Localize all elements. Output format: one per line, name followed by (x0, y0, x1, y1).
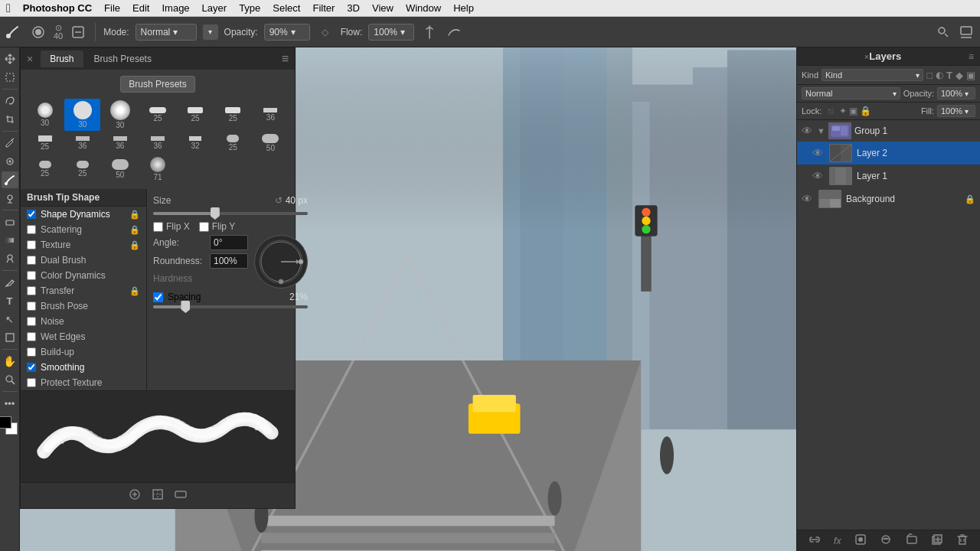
pressure-opacity-icon[interactable]: ◇ (316, 23, 335, 41)
buildup-checkbox[interactable] (27, 347, 36, 357)
menu-filter[interactable]: Filter (312, 2, 335, 14)
layer-2-row[interactable]: 👁 Layer 2 (797, 142, 980, 165)
dual-brush-option[interactable]: Dual Brush (21, 253, 146, 268)
brush-pose-checkbox[interactable] (27, 302, 36, 311)
group-expand[interactable]: ▼ (817, 126, 825, 135)
smoothing-option[interactable]: Smoothing (21, 360, 146, 375)
brush-preset-2[interactable]: 30 (64, 99, 100, 131)
menu-select[interactable]: Select (273, 2, 300, 14)
tablet-pressure-icon[interactable] (69, 23, 87, 41)
kind-type-icon[interactable]: T (946, 70, 952, 81)
layer-2-eye[interactable]: 👁 (812, 147, 825, 159)
brush-preset-1[interactable]: 30 (27, 99, 63, 131)
apple-menu[interactable]:  (6, 2, 11, 15)
workspace-icon[interactable] (957, 23, 975, 41)
tip-shape-header[interactable]: Brush Tip Shape (21, 189, 146, 207)
menu-3d[interactable]: 3D (347, 2, 360, 14)
tool-dodge[interactable] (2, 250, 18, 267)
tool-type[interactable]: T (2, 292, 18, 309)
tool-eyedropper[interactable] (2, 135, 18, 152)
wet-edges-option[interactable]: Wet Edges (21, 329, 146, 344)
brush-preset-14[interactable]: 50 (253, 132, 289, 154)
smoothing-checkbox[interactable] (27, 363, 36, 372)
dual-brush-checkbox[interactable] (27, 256, 36, 265)
menu-window[interactable]: Window (406, 2, 441, 14)
tool-path-selection[interactable]: ↖ (2, 311, 18, 328)
brush-preset-18[interactable]: 71 (139, 155, 175, 183)
brush-preset-12[interactable]: 32 (178, 132, 214, 154)
group-layer-row[interactable]: 👁 ▼ Group 1 (797, 120, 980, 142)
flip-y-checkbox[interactable] (199, 222, 209, 232)
kind-smart-icon[interactable]: ▣ (966, 70, 975, 81)
flow-value-display[interactable]: 100% ▾ (368, 24, 414, 41)
brush-preset-7[interactable]: 36 (253, 99, 289, 131)
brush-preset-17[interactable]: 50 (102, 155, 138, 183)
color-dynamics-option[interactable]: Color Dynamics (21, 268, 146, 283)
brush-preset-8[interactable]: 25 (27, 132, 63, 154)
roundness-input[interactable] (210, 253, 248, 269)
tool-move[interactable] (2, 51, 18, 67)
brush-preset-4[interactable]: 25 (139, 99, 175, 131)
kind-shape-icon[interactable]: ◆ (956, 70, 963, 81)
brush-preset-16[interactable]: 25 (64, 155, 100, 183)
add-fx-btn[interactable]: fx (834, 536, 841, 546)
menu-file[interactable]: File (104, 2, 120, 14)
brush-presets-button[interactable]: Brush Presets (120, 76, 194, 93)
brush-panel-close[interactable]: × (27, 53, 33, 65)
canvas-area[interactable]: × Brush Brush Presets ≡ Brush Presets 30 (20, 47, 796, 551)
lock-pixel-btn[interactable]: ◾ (825, 106, 837, 117)
brush-preset-3[interactable]: 30 (102, 99, 138, 131)
tool-clone[interactable] (2, 190, 18, 207)
scattering-checkbox[interactable] (27, 225, 36, 234)
more-tools[interactable]: ••• (2, 395, 18, 412)
tool-eraser[interactable] (2, 214, 18, 230)
scattering-option[interactable]: Scattering 🔒 (21, 222, 146, 237)
tool-brush[interactable] (2, 171, 18, 188)
group-eye[interactable]: 👁 (802, 125, 814, 137)
tool-spot-heal[interactable] (2, 153, 18, 170)
smoothing-icon[interactable] (445, 23, 463, 41)
preview-btn-1[interactable] (128, 487, 142, 504)
opacity-input[interactable]: 100% ▾ (937, 87, 975, 99)
angle-input[interactable] (210, 235, 248, 250)
texture-option[interactable]: Texture 🔒 (21, 237, 146, 253)
preview-btn-2[interactable] (151, 487, 165, 504)
flip-x-checkbox[interactable] (153, 222, 163, 232)
tool-zoom[interactable] (2, 371, 18, 388)
layer-1-row[interactable]: 👁 Layer 1 (797, 165, 980, 187)
brush-presets-tab[interactable]: Brush Presets (85, 51, 161, 67)
layer-1-eye[interactable]: 👁 (812, 170, 825, 182)
mode-dropdown[interactable]: Normal ▾ (136, 24, 197, 41)
lock-position-btn[interactable]: ✦ (839, 106, 847, 117)
protect-texture-option[interactable]: Protect Texture (21, 375, 146, 390)
brush-preset-10[interactable]: 36 (102, 132, 138, 154)
kind-adjustment-icon[interactable]: ◐ (936, 70, 943, 81)
spacing-slider[interactable] (153, 305, 308, 308)
opacity-value-display[interactable]: 90% ▾ (264, 24, 310, 41)
color-dynamics-checkbox[interactable] (27, 271, 36, 280)
reset-size-icon[interactable]: ↺ (275, 195, 283, 206)
layers-menu-btn[interactable]: ≡ (969, 51, 974, 62)
spacing-thumb[interactable] (181, 301, 190, 313)
tool-lasso[interactable] (2, 93, 18, 109)
new-layer-btn[interactable] (931, 533, 943, 548)
brush-preset-6[interactable]: 25 (215, 99, 251, 131)
tool-hand[interactable]: ✋ (2, 353, 18, 370)
mode-toggle[interactable]: ▾ (203, 24, 218, 40)
brush-preset-5[interactable]: 25 (178, 99, 214, 131)
brush-preset-15[interactable]: 25 (27, 155, 63, 183)
delete-layer-btn[interactable] (956, 533, 969, 548)
brush-preset-13[interactable]: 25 (215, 132, 251, 154)
angle-wheel[interactable] (254, 235, 308, 289)
airbrush-icon[interactable] (420, 23, 439, 41)
brush-preset-11[interactable]: 36 (139, 132, 175, 154)
fill-input[interactable]: 100% ▾ (937, 105, 975, 117)
brush-panel-menu[interactable]: ≡ (282, 52, 289, 66)
transfer-checkbox[interactable] (27, 286, 36, 295)
texture-checkbox[interactable] (27, 240, 36, 249)
menu-layer[interactable]: Layer (202, 2, 227, 14)
search-icon[interactable] (934, 23, 952, 41)
tool-marquee[interactable] (2, 69, 18, 86)
tool-gradient[interactable] (2, 232, 18, 249)
size-thumb[interactable] (211, 207, 220, 220)
